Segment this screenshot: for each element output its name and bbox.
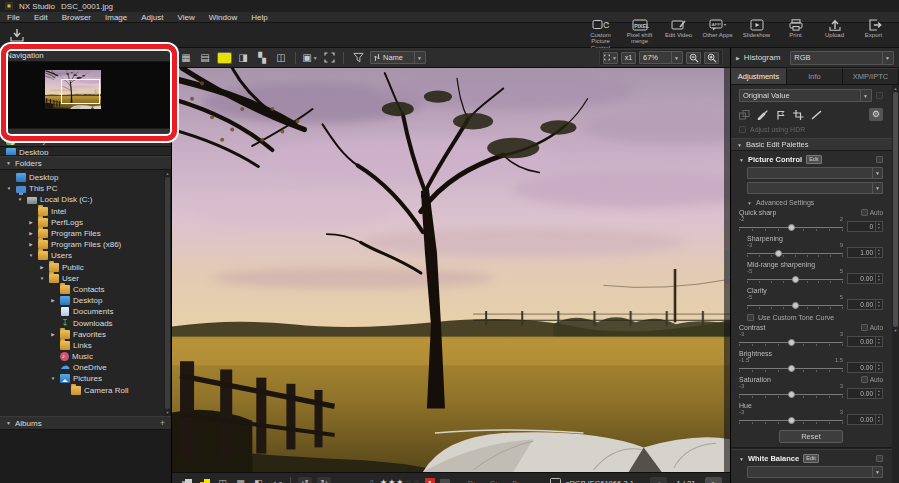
auto-retouch-icon[interactable] [739, 110, 750, 120]
expander-down-icon[interactable]: ▼ [16, 197, 24, 202]
slider-value-box[interactable]: 0.00 ▴▾ [847, 336, 883, 347]
preset-select[interactable]: Original Value ▼ [739, 89, 872, 102]
tree-item-user[interactable]: ▼User [0, 273, 171, 284]
scroll-down-icon[interactable]: ▼ [166, 410, 170, 415]
tree-item-perflogs[interactable]: ▶PerfLogs [0, 217, 171, 228]
tree-item-intel[interactable]: Intel [0, 206, 171, 217]
menu-window[interactable]: Window [202, 13, 244, 22]
spinner[interactable]: ▴▾ [875, 274, 882, 283]
menu-view[interactable]: View [171, 13, 202, 22]
next-image-button[interactable]: > [705, 477, 722, 483]
advanced-settings-header[interactable]: ▼ Advanced Settings [747, 199, 883, 206]
export-button[interactable]: Export [854, 19, 893, 39]
auto-checkbox[interactable] [861, 376, 868, 383]
slider-track[interactable] [747, 275, 843, 284]
spinner[interactable]: ▴▾ [875, 222, 882, 231]
tree-item-camera-roll[interactable]: Camera Roll [0, 385, 171, 396]
fit-screen-button[interactable]: ▼ [603, 52, 618, 64]
slider-thumb[interactable] [792, 302, 799, 309]
expander-right-icon[interactable]: ▶ [38, 265, 46, 270]
histogram-overlay-button[interactable]: ▼ [270, 477, 283, 483]
picture-control-header[interactable]: ▼ Picture Control Edit [739, 155, 883, 164]
slider-thumb[interactable] [792, 276, 799, 283]
tab-xmp-iptc[interactable]: XMP/IPTC [843, 68, 899, 84]
tree-item-desktop[interactable]: Desktop [0, 172, 171, 183]
scroll-up-icon[interactable]: ▲ [894, 86, 898, 91]
slider-value-box[interactable]: 0.00 ▴▾ [847, 388, 883, 399]
zoom-level-select[interactable]: 67% ▼ [639, 51, 683, 64]
spinner[interactable]: ▴▾ [875, 363, 882, 372]
previous-image-button[interactable]: < [650, 477, 667, 483]
slider-thumb[interactable] [788, 417, 795, 424]
fit-window-button[interactable] [322, 52, 336, 64]
spinner[interactable]: ▴▾ [875, 300, 882, 309]
white-balance-select[interactable]: ▼ [747, 466, 883, 478]
star-rating[interactable]: ★★★☆☆ [380, 479, 420, 483]
slider-thumb[interactable] [788, 365, 795, 372]
compare-mode-button[interactable]: ▣▼ [303, 52, 317, 64]
print-button[interactable]: Print [776, 19, 815, 39]
custom-picture-control-button[interactable]: C Custom Picture Control [581, 19, 620, 52]
adjust-hdr-checkbox[interactable] [739, 126, 746, 133]
navigation-header[interactable]: Navigation [0, 48, 171, 62]
folder-tree-scrollbar[interactable]: ▲ ▼ [164, 170, 171, 416]
tree-item-favorites[interactable]: ▶Favorites [0, 329, 171, 340]
star-icon-3[interactable]: ★ [396, 479, 403, 483]
add-album-button[interactable]: + [160, 419, 165, 427]
crop-icon[interactable] [793, 110, 804, 120]
filmstrip-toggle-icon[interactable] [198, 477, 211, 483]
spinner[interactable]: ▴▾ [875, 337, 882, 346]
auto-checkbox-row[interactable]: Auto [861, 209, 883, 216]
primary-destination-scroll[interactable]: ▲▼ [161, 136, 165, 145]
slider-value-box[interactable]: 1.00 ▴▾ [847, 247, 883, 258]
auto-checkbox[interactable] [861, 209, 868, 216]
straighten-icon[interactable] [811, 110, 822, 120]
tree-item-public[interactable]: ▶Public [0, 262, 171, 273]
expander-down-icon[interactable]: ▼ [38, 276, 46, 281]
menu-browser[interactable]: Browser [55, 13, 98, 22]
zoom-out-button[interactable] [686, 52, 701, 64]
sort-select[interactable]: Name ▼ [370, 51, 426, 64]
label-badge[interactable]: 1 [425, 478, 435, 483]
expander-down-icon[interactable]: ▼ [5, 186, 13, 191]
tone-curve-checkbox[interactable] [747, 314, 754, 321]
reset-button[interactable]: Reset [779, 430, 843, 443]
split-screen-button[interactable]: ◧ [252, 477, 265, 483]
tree-item-program-files-x86[interactable]: ▶Program Files (x86) [0, 239, 171, 250]
slider-thumb[interactable] [788, 224, 795, 231]
tag-icon[interactable] [440, 479, 450, 483]
edit-video-button[interactable]: Edit Video [659, 19, 698, 39]
slider-value-box[interactable]: 0.00 ▴▾ [847, 414, 883, 425]
settings-button[interactable]: ⚙ [869, 108, 883, 121]
white-balance-checkbox[interactable] [876, 455, 883, 462]
grid-overlay-button[interactable]: ▦ [234, 477, 247, 483]
slider-track[interactable] [747, 301, 843, 310]
slider-track[interactable] [739, 364, 843, 373]
slider-thumb[interactable] [788, 391, 795, 398]
menu-adjust[interactable]: Adjust [134, 13, 170, 22]
menu-file[interactable]: File [0, 13, 27, 22]
tree-item-program-files[interactable]: ▶Program Files [0, 228, 171, 239]
tree-item-contacts[interactable]: Contacts [0, 284, 171, 295]
zoom-in-button[interactable] [704, 52, 719, 64]
picture-control-select-2[interactable]: ▼ [747, 182, 883, 194]
viewer-scrollbar[interactable] [724, 68, 730, 472]
tree-item-this-pc[interactable]: ▼This PC [0, 183, 171, 194]
undo-button[interactable]: ↺ [298, 477, 312, 483]
picture-control-edit-badge[interactable]: Edit [806, 155, 821, 164]
spinner[interactable]: ▴▾ [875, 389, 882, 398]
menu-image[interactable]: Image [98, 13, 134, 22]
histogram-channel-select[interactable]: RGB ▼ [790, 51, 894, 65]
slider-value-box[interactable]: 0.00 ▴▾ [847, 362, 883, 373]
tree-item-users[interactable]: ▼Users [0, 250, 171, 261]
slider-track[interactable] [739, 390, 843, 399]
primary-destination-header[interactable]: Primary Destination ▲▼ [0, 133, 171, 147]
menu-help[interactable]: Help [244, 13, 274, 22]
four-up-view-button[interactable]: ▚ [255, 52, 269, 64]
auto-checkbox[interactable] [861, 324, 868, 331]
image-filmstrip-view-button[interactable]: ◨ [236, 52, 250, 64]
thumbnail-grid-view-button[interactable]: ▦ [179, 52, 193, 64]
expander-down-icon[interactable]: ▼ [49, 376, 57, 381]
star-icon-5[interactable]: ☆ [413, 479, 420, 483]
menu-edit[interactable]: Edit [27, 13, 55, 22]
